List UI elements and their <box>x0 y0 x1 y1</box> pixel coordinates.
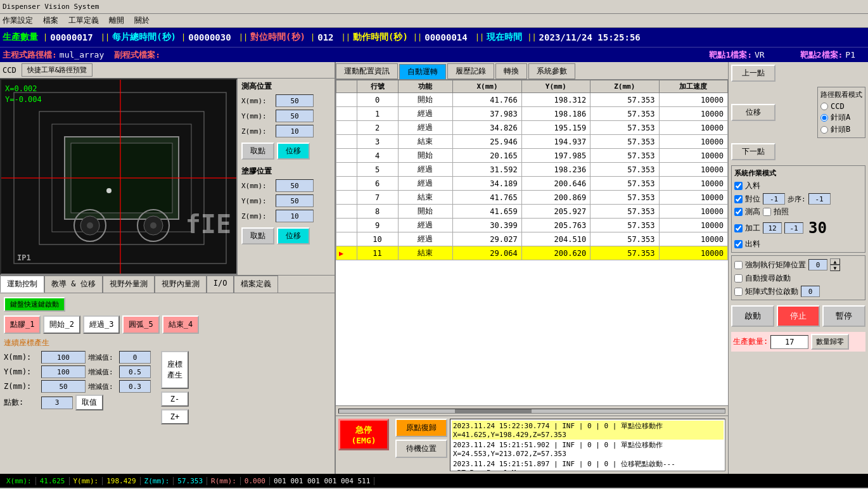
prev-point-btn[interactable]: 上一點 <box>731 65 775 82</box>
cell-z: 57.353 <box>590 191 659 205</box>
menu-item-file[interactable]: 檔案 <box>43 15 58 26</box>
force-up-btn[interactable]: ▲ <box>830 258 840 265</box>
tab-outer[interactable]: 視野外量測 <box>103 276 155 293</box>
check-align[interactable] <box>734 195 743 203</box>
check-feed[interactable] <box>734 182 743 190</box>
coord-count-input[interactable] <box>41 397 73 409</box>
tab-auto-run[interactable]: 自動運轉 <box>399 64 446 79</box>
step-val-input[interactable] <box>808 193 831 205</box>
coord-z-input[interactable] <box>41 380 86 393</box>
prod-count-value: 00000017 <box>50 32 93 42</box>
check-auto-search[interactable] <box>734 274 743 283</box>
force-down-btn[interactable]: ▼ <box>830 265 840 271</box>
current-time-label: 現在時間 <box>487 32 522 43</box>
check-matrix-align[interactable] <box>734 288 743 296</box>
table-row[interactable]: ▶ 11 結束 29.064 200.620 57.353 10000 <box>336 246 728 260</box>
radio-head-a[interactable] <box>820 114 828 122</box>
z-minus-btn[interactable]: Z- <box>161 391 189 407</box>
dispense-btn[interactable]: 點膠_1 <box>4 315 41 334</box>
pass-point-btn[interactable]: 經過_3 <box>83 315 120 334</box>
emergency-btn[interactable]: 急停(EMG) <box>338 419 389 450</box>
get-val-btn[interactable]: 取值 <box>75 395 103 410</box>
start-point-btn[interactable]: 開始_2 <box>43 315 80 334</box>
pause-btn[interactable]: 暫停 <box>822 305 865 327</box>
tab-convert[interactable]: 轉換 <box>495 63 527 79</box>
menu-item-workorder[interactable]: 工單定義 <box>68 15 99 26</box>
stop-btn[interactable]: 停止 <box>777 305 820 327</box>
process-val1-input[interactable] <box>763 222 782 234</box>
coating-x-input[interactable] <box>276 179 314 192</box>
arc-btn[interactable]: 圓弧_5 <box>122 315 159 334</box>
measure-y-input[interactable] <box>276 110 314 122</box>
align-val-input[interactable] <box>763 193 785 205</box>
cell-func: 經過 <box>398 163 453 177</box>
coord-z-inc-input[interactable] <box>119 380 151 393</box>
check-photo[interactable] <box>763 208 771 216</box>
check-output[interactable] <box>734 240 743 248</box>
tab-teach[interactable]: 教導 & 位移 <box>44 276 103 293</box>
end-point-btn[interactable]: 結束_4 <box>162 315 199 334</box>
coord-x-inc-input[interactable] <box>119 351 151 364</box>
tab-file[interactable]: 檔案定義 <box>234 276 278 293</box>
table-row[interactable]: 10 經過 29.027 204.510 57.353 10000 <box>336 232 728 246</box>
tab-history[interactable]: 履歷記錄 <box>447 63 494 79</box>
table-row[interactable]: 2 經過 34.826 195.159 57.353 10000 <box>336 121 728 135</box>
table-row[interactable]: 8 開始 41.659 205.927 57.353 10000 <box>336 205 728 219</box>
check-feed-label: 入料 <box>745 181 760 191</box>
radio-ccd[interactable] <box>820 103 828 110</box>
measure-x-input[interactable] <box>276 94 314 107</box>
ccd-header: CCD 快捷工單&路徑預覽 <box>0 62 335 79</box>
sys-mode-title: 系統作業模式 <box>734 168 862 178</box>
check-process[interactable] <box>734 224 743 232</box>
matrix-val-input[interactable] <box>801 286 820 297</box>
restore-btn[interactable]: 原點復歸 <box>395 419 447 437</box>
coord-y-input[interactable] <box>41 365 86 378</box>
coating-z-input[interactable] <box>276 210 314 222</box>
table-row[interactable]: 9 經過 30.399 205.763 57.353 10000 <box>336 219 728 232</box>
cell-z: 57.353 <box>590 121 659 135</box>
move-btn-right[interactable]: 位移 <box>731 104 775 121</box>
table-row[interactable]: 7 結束 41.765 200.869 57.353 10000 <box>336 191 728 205</box>
measure-z-input[interactable] <box>276 125 314 137</box>
check-measure[interactable] <box>734 208 743 216</box>
check-force[interactable] <box>734 261 743 269</box>
table-row[interactable]: 0 開始 41.766 198.312 57.353 10000 <box>336 93 728 107</box>
table-row[interactable]: 5 經過 31.592 198.236 57.353 10000 <box>336 163 728 177</box>
force-val-input[interactable] <box>808 259 827 270</box>
z-plus-btn[interactable]: Z+ <box>161 409 189 424</box>
coating-get-btn[interactable]: 取點 <box>241 227 274 244</box>
tab-motion-info[interactable]: 運動配置資訊 <box>336 63 398 79</box>
check-photo-label: 拍照 <box>774 206 789 217</box>
tab-inner[interactable]: 視野內量測 <box>155 276 207 293</box>
coord-y-inc-input[interactable] <box>119 365 151 378</box>
cell-rownum: 5 <box>357 163 398 177</box>
next-point-btn[interactable]: 下一點 <box>731 143 775 160</box>
measure-get-btn[interactable]: 取點 <box>241 143 274 160</box>
measure-y-label: Y(mm): <box>241 112 273 120</box>
coating-move-btn[interactable]: 位移 <box>277 227 310 244</box>
tab-motion[interactable]: 運動控制 <box>0 276 44 293</box>
standby-btn[interactable]: 待機位置 <box>395 440 447 458</box>
keyboard-shortcut-btn[interactable]: 鍵盤快速鍵啟動 <box>4 297 65 312</box>
coord-x-input[interactable] <box>41 351 86 364</box>
measure-move-btn[interactable]: 位移 <box>277 143 310 160</box>
cell-x: 29.027 <box>453 232 521 246</box>
prod-count-input[interactable] <box>770 335 808 349</box>
coord-gen-btn[interactable]: 座標產生 <box>161 351 189 389</box>
start-btn[interactable]: 啟動 <box>731 305 774 327</box>
table-row[interactable]: 4 開始 20.165 197.985 57.353 10000 <box>336 149 728 163</box>
menu-item-settings[interactable]: 作業設定 <box>3 15 33 26</box>
table-row[interactable]: 3 結束 25.946 194.937 57.353 10000 <box>336 135 728 149</box>
radio-head-b[interactable] <box>820 126 828 134</box>
table-row[interactable]: 1 經過 37.983 198.186 57.353 10000 <box>336 107 728 121</box>
table-row[interactable]: 6 經過 34.189 200.646 57.353 10000 <box>336 177 728 191</box>
cell-speed: 10000 <box>659 149 727 163</box>
tab-io[interactable]: I/O <box>207 276 234 293</box>
tab-sys-params[interactable]: 系統參數 <box>528 63 575 79</box>
quick-workorder-btn[interactable]: 快捷工單&路徑預覽 <box>22 63 93 77</box>
reset-count-btn[interactable]: 數量歸零 <box>811 334 849 350</box>
process-val2-input[interactable] <box>784 222 803 234</box>
menu-item-about[interactable]: 關於 <box>134 15 150 26</box>
coating-y-input[interactable] <box>276 194 314 207</box>
menu-item-exit[interactable]: 離開 <box>109 15 124 26</box>
